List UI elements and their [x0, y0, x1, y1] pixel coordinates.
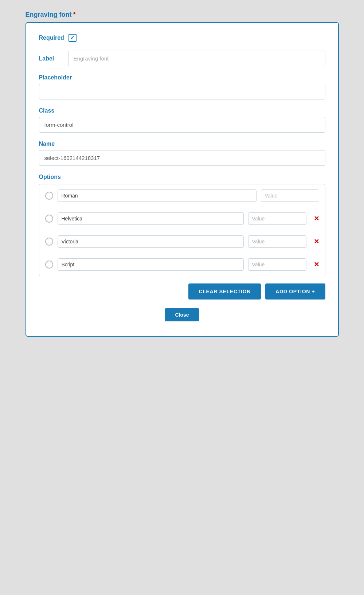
class-label: Class: [39, 107, 325, 114]
add-option-button[interactable]: ADD OPTION +: [265, 283, 325, 300]
required-star-title: *: [73, 11, 76, 19]
checkmark-icon: ✓: [70, 35, 75, 41]
option-row: ✕: [39, 230, 325, 253]
options-section: Options ✕: [39, 174, 325, 276]
option-radio-script[interactable]: [45, 261, 53, 269]
option-text-script[interactable]: [58, 258, 244, 271]
required-label: Required: [39, 35, 64, 41]
option-value-roman[interactable]: [261, 189, 319, 202]
label-row: Label: [39, 51, 325, 66]
class-group: Class: [39, 107, 325, 133]
buttons-row: CLEAR SELECTION ADD OPTION +: [39, 283, 325, 300]
option-radio-roman[interactable]: [45, 192, 53, 200]
option-text-roman[interactable]: [58, 189, 257, 202]
option-row: ✕: [39, 253, 325, 276]
option-value-helvetica[interactable]: [248, 212, 306, 225]
delete-icon-helvetica[interactable]: ✕: [314, 215, 319, 223]
options-label: Options: [39, 174, 325, 180]
required-checkbox[interactable]: ✓: [69, 34, 77, 42]
option-row: ✕: [39, 207, 325, 230]
name-group: Name: [39, 141, 325, 166]
option-radio-victoria[interactable]: [45, 238, 53, 246]
option-radio-helvetica[interactable]: [45, 215, 53, 223]
label-input[interactable]: [68, 51, 325, 66]
label-field-label: Label: [39, 55, 61, 62]
form-card: Required ✓ Label Placeholder Class Name: [26, 22, 339, 337]
class-input[interactable]: [39, 117, 325, 133]
placeholder-group: Placeholder: [39, 74, 325, 99]
options-container: ✕ ✕ ✕: [39, 184, 325, 276]
option-text-helvetica[interactable]: [58, 212, 244, 225]
delete-icon-script[interactable]: ✕: [314, 261, 319, 269]
name-label: Name: [39, 141, 325, 147]
placeholder-label: Placeholder: [39, 74, 325, 81]
clear-selection-button[interactable]: CLEAR SELECTION: [188, 283, 261, 300]
option-value-script[interactable]: [248, 258, 306, 271]
close-button-row: Close: [39, 308, 325, 321]
delete-icon-victoria[interactable]: ✕: [314, 238, 319, 246]
placeholder-input[interactable]: [39, 84, 325, 99]
name-input[interactable]: [39, 150, 325, 166]
field-title: Engraving font *: [26, 11, 339, 19]
option-text-victoria[interactable]: [58, 235, 244, 248]
field-title-text: Engraving font: [26, 11, 72, 19]
required-row: Required ✓: [39, 34, 325, 42]
option-row: [39, 184, 325, 207]
option-value-victoria[interactable]: [248, 235, 306, 248]
close-button[interactable]: Close: [165, 308, 199, 321]
